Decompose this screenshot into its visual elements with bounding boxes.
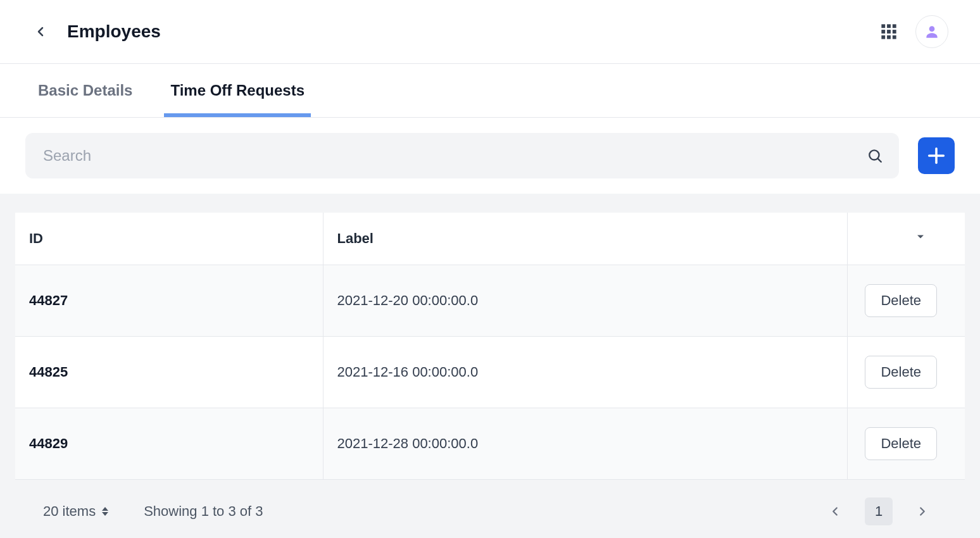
cell-label: 2021-12-16 00:00:00.0 [323, 337, 847, 408]
table-row[interactable]: 44827 2021-12-20 00:00:00.0 Delete [15, 265, 965, 337]
page-title: Employees [67, 22, 161, 42]
caret-down-icon [914, 230, 927, 243]
search-wrap [25, 133, 899, 178]
prev-page-button[interactable] [824, 501, 846, 522]
cell-label: 2021-12-20 00:00:00.0 [323, 265, 847, 337]
avatar-button[interactable] [915, 15, 948, 48]
requests-table: ID Label 44827 2021-12-20 00:00:00.0 Del… [15, 213, 965, 480]
chevron-right-icon [915, 504, 929, 518]
column-header-label[interactable]: Label [323, 213, 847, 265]
search-icon [867, 147, 883, 164]
cell-id: 44829 [15, 408, 323, 480]
svg-rect-4 [887, 30, 891, 34]
page-header: Employees [0, 0, 980, 64]
delete-button[interactable]: Delete [865, 427, 937, 460]
svg-rect-1 [887, 24, 891, 28]
column-menu-button[interactable] [914, 230, 927, 243]
chevron-left-icon [33, 24, 48, 39]
delete-button[interactable]: Delete [865, 284, 937, 317]
pager: 1 [824, 497, 933, 525]
svg-line-11 [878, 159, 881, 162]
search-icon-button[interactable] [866, 147, 884, 165]
search-row [0, 118, 980, 194]
svg-point-9 [929, 26, 935, 32]
plus-icon [926, 145, 947, 166]
table-footer: 20 items Showing 1 to 3 of 3 1 [15, 480, 965, 538]
tabs: Basic Details Time Off Requests [0, 64, 980, 118]
svg-rect-3 [881, 30, 885, 34]
apps-grid-icon [880, 23, 898, 41]
svg-rect-6 [881, 35, 885, 39]
page-size-label: 20 items [43, 503, 96, 520]
page-number[interactable]: 1 [865, 497, 893, 525]
svg-rect-2 [893, 24, 896, 28]
add-button[interactable] [918, 137, 955, 174]
table-area: ID Label 44827 2021-12-20 00:00:00.0 Del… [0, 194, 980, 538]
sort-updown-icon [102, 507, 108, 516]
tab-time-off-requests[interactable]: Time Off Requests [164, 64, 311, 117]
apps-button[interactable] [877, 20, 900, 43]
page-size-select[interactable]: 20 items [43, 503, 108, 520]
chevron-left-icon [828, 504, 842, 518]
back-button[interactable] [32, 23, 49, 41]
cell-id: 44825 [15, 337, 323, 408]
column-header-id[interactable]: ID [15, 213, 323, 265]
svg-rect-5 [893, 30, 896, 34]
svg-rect-8 [893, 35, 896, 39]
tab-basic-details[interactable]: Basic Details [32, 64, 139, 117]
table-row[interactable]: 44825 2021-12-16 00:00:00.0 Delete [15, 337, 965, 408]
cell-id: 44827 [15, 265, 323, 337]
svg-rect-7 [887, 35, 891, 39]
column-header-actions [847, 213, 965, 265]
delete-button[interactable]: Delete [865, 356, 937, 389]
cell-label: 2021-12-28 00:00:00.0 [323, 408, 847, 480]
user-icon [924, 23, 940, 40]
search-input[interactable] [25, 133, 899, 178]
next-page-button[interactable] [912, 501, 933, 522]
table-row[interactable]: 44829 2021-12-28 00:00:00.0 Delete [15, 408, 965, 480]
svg-rect-0 [881, 24, 885, 28]
pagination-summary: Showing 1 to 3 of 3 [144, 503, 263, 520]
